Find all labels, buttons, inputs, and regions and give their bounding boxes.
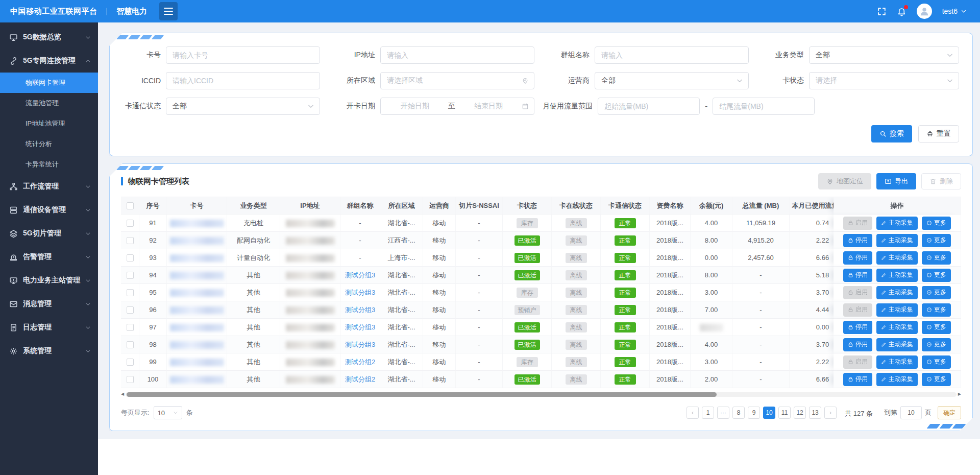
more-button[interactable]: 更多 — [922, 217, 951, 230]
group-link[interactable]: 测试分组2 — [345, 375, 375, 383]
active-collect-button[interactable]: 主动采集 — [876, 217, 918, 230]
active-collect-button[interactable]: 主动采集 — [876, 321, 918, 334]
row-checkbox[interactable] — [127, 359, 134, 366]
prev-page-button[interactable]: ‹ — [687, 407, 699, 419]
row-checkbox[interactable] — [127, 324, 134, 331]
disable-card-button[interactable]: 停用 — [843, 234, 872, 247]
next-page-button[interactable]: › — [824, 407, 837, 419]
sidebar-item-1[interactable]: 5G专网连接管理 — [0, 49, 98, 73]
confirm-button[interactable]: 确定 — [938, 406, 961, 419]
enable-card-button[interactable]: 启用 — [843, 355, 872, 369]
disable-card-button[interactable]: 停用 — [843, 321, 872, 334]
more-button[interactable]: 更多 — [922, 338, 951, 351]
sidebar-item-8[interactable]: 日志管理 — [0, 316, 98, 339]
active-collect-button[interactable]: 主动采集 — [876, 251, 918, 265]
page-number-button[interactable]: 12 — [794, 407, 806, 419]
group-link[interactable]: 测试分组2 — [345, 358, 375, 366]
row-checkbox[interactable] — [127, 254, 134, 262]
page-number-button[interactable]: 9 — [748, 407, 760, 419]
scroll-left-arrow-icon[interactable]: ◀ — [121, 392, 124, 396]
active-collect-button[interactable]: 主动采集 — [876, 338, 918, 351]
more-button[interactable]: 更多 — [922, 286, 951, 299]
active-collect-button[interactable]: 主动采集 — [876, 269, 918, 282]
disable-card-button[interactable]: 停用 — [843, 269, 872, 282]
business-type-select[interactable]: 全部 — [809, 46, 959, 64]
goto-page-input[interactable] — [900, 406, 922, 419]
search-button[interactable]: 搜索 — [871, 125, 912, 142]
user-menu[interactable]: test6 — [942, 7, 967, 15]
row-checkbox[interactable] — [127, 272, 134, 279]
disable-card-button[interactable]: 停用 — [843, 251, 872, 265]
group-name-input[interactable] — [595, 46, 749, 64]
card-number-input[interactable] — [166, 46, 320, 64]
sidebar-item-6[interactable]: 电力业务主站管理 — [0, 269, 98, 292]
carrier-select[interactable]: 全部 — [595, 72, 749, 89]
enable-card-button[interactable]: 启用 — [843, 217, 872, 230]
group-link[interactable]: 测试分组3 — [345, 306, 375, 314]
row-checkbox[interactable] — [127, 306, 134, 314]
flow-end-input[interactable] — [713, 98, 815, 115]
more-button[interactable]: 更多 — [922, 269, 951, 282]
active-collect-button[interactable]: 主动采集 — [876, 234, 918, 247]
sidebar-subitem[interactable]: 卡异常统计 — [0, 154, 98, 175]
page-number-button[interactable]: 11 — [778, 407, 791, 419]
active-collect-button[interactable]: 主动采集 — [876, 286, 918, 299]
sidebar-item-0[interactable]: 5G数据总览 — [0, 26, 98, 49]
sidebar-subitem[interactable]: 物联网卡管理 — [0, 73, 98, 93]
region-select[interactable]: 请选择区域 — [380, 72, 534, 89]
row-checkbox[interactable] — [127, 376, 134, 383]
sidebar-item-2[interactable]: 工作流管理 — [0, 175, 98, 198]
sidebar-subitem[interactable]: 流量池管理 — [0, 93, 98, 113]
comm-status-select[interactable]: 全部 — [166, 98, 320, 115]
active-collect-button[interactable]: 主动采集 — [876, 303, 918, 317]
more-button[interactable]: 更多 — [922, 234, 951, 247]
scrollbar-thumb[interactable] — [127, 392, 717, 397]
more-button[interactable]: 更多 — [922, 303, 951, 317]
row-checkbox[interactable] — [127, 220, 134, 227]
sidebar-item-3[interactable]: 通信设备管理 — [0, 198, 98, 222]
page-number-button[interactable]: 10 — [763, 407, 775, 419]
sidebar-item-7[interactable]: 消息管理 — [0, 292, 98, 316]
page-number-button[interactable]: 8 — [732, 407, 745, 419]
delete-button[interactable]: 删除 — [921, 173, 961, 189]
sidebar-item-4[interactable]: 5G切片管理 — [0, 222, 98, 245]
reset-button[interactable]: 重置 — [918, 125, 959, 142]
sidebar-item-5[interactable]: 告警管理 — [0, 245, 98, 269]
page-number-button[interactable]: 13 — [809, 407, 821, 419]
sidebar-subitem[interactable]: IP地址池管理 — [0, 113, 98, 134]
group-link[interactable]: 测试分组3 — [345, 271, 375, 279]
enable-card-button[interactable]: 启用 — [843, 303, 872, 317]
row-checkbox[interactable] — [127, 341, 134, 348]
page-number-button[interactable]: 1 — [702, 407, 714, 419]
map-locate-button[interactable]: 地图定位 — [818, 173, 871, 189]
row-checkbox[interactable] — [127, 289, 134, 296]
sidebar-subitem[interactable]: 统计分析 — [0, 134, 98, 154]
avatar[interactable] — [917, 4, 932, 19]
active-collect-button[interactable]: 主动采集 — [876, 355, 918, 369]
fullscreen-icon[interactable] — [877, 7, 887, 16]
more-button[interactable]: 更多 — [922, 373, 951, 386]
card-status-select[interactable]: 请选择 — [809, 72, 959, 89]
sidebar-item-9[interactable]: 系统管理 — [0, 339, 98, 363]
more-button[interactable]: 更多 — [922, 251, 951, 265]
iccid-input[interactable] — [166, 72, 320, 89]
export-button[interactable]: 导出 — [876, 173, 916, 189]
more-button[interactable]: 更多 — [922, 321, 951, 334]
sidebar-collapse-button[interactable] — [159, 2, 178, 20]
flow-start-input[interactable] — [598, 98, 700, 115]
enable-card-button[interactable]: 启用 — [843, 286, 872, 299]
group-link[interactable]: 测试分组3 — [345, 289, 375, 296]
row-checkbox[interactable] — [127, 237, 134, 244]
horizontal-scrollbar[interactable]: ◀ ▶ — [121, 391, 961, 398]
notification-bell-icon[interactable] — [897, 7, 906, 16]
group-link[interactable]: 测试分组3 — [345, 323, 375, 331]
disable-card-button[interactable]: 停用 — [843, 338, 872, 351]
per-page-select[interactable]: 10 — [154, 406, 182, 419]
select-all-checkbox[interactable] — [127, 202, 134, 209]
disable-card-button[interactable]: 停用 — [843, 373, 872, 386]
ip-input[interactable] — [380, 46, 534, 64]
scroll-right-arrow-icon[interactable]: ▶ — [958, 392, 961, 396]
open-date-range-picker[interactable]: 开始日期 至 结束日期 — [380, 98, 534, 115]
group-link[interactable]: 测试分组3 — [345, 341, 375, 348]
more-button[interactable]: 更多 — [922, 355, 951, 369]
